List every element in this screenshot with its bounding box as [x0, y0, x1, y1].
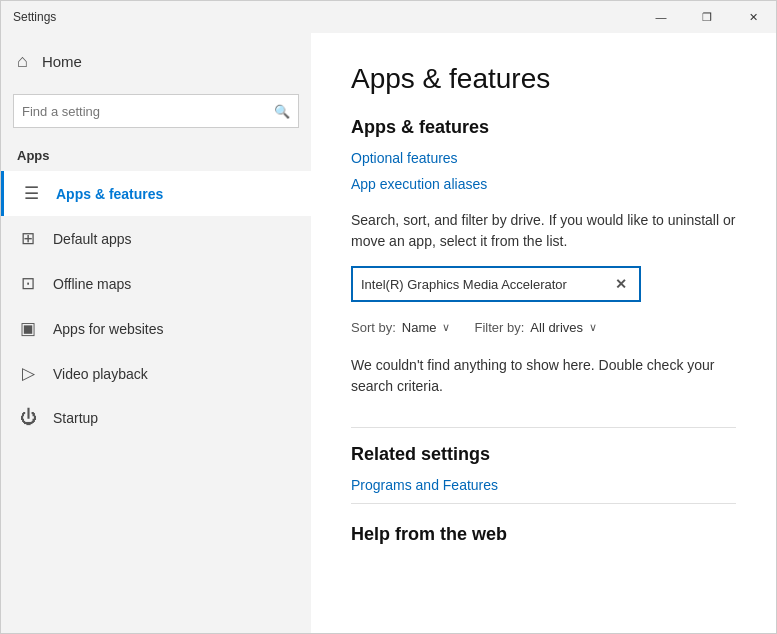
sidebar-item-label: Offline maps — [53, 276, 131, 292]
title-bar: Settings — ❐ ✕ — [1, 1, 776, 33]
sidebar-item-offline-maps[interactable]: ⊡ Offline maps — [1, 261, 311, 306]
empty-state-text: We couldn't find anything to show here. … — [351, 355, 731, 397]
section-title: Apps & features — [351, 117, 736, 138]
related-settings-title: Related settings — [351, 444, 736, 465]
window-controls: — ❐ ✕ — [638, 1, 776, 33]
apps-features-icon: ☰ — [20, 183, 42, 204]
sort-label: Sort by: — [351, 320, 396, 335]
divider-2 — [351, 503, 736, 504]
minimize-button[interactable]: — — [638, 1, 684, 33]
sidebar-item-apps-features[interactable]: ☰ Apps & features — [1, 171, 311, 216]
sidebar-section-label: Apps — [1, 142, 311, 171]
clear-search-icon[interactable]: ✕ — [611, 274, 631, 294]
video-playback-icon: ▷ — [17, 363, 39, 384]
main-content: Apps & features Apps & features Optional… — [311, 33, 776, 633]
sort-filter-row: Sort by: Name ∨ Filter by: All drives ∨ — [351, 320, 736, 335]
sidebar-item-label: Apps & features — [56, 186, 163, 202]
programs-features-link[interactable]: Programs and Features — [351, 477, 736, 493]
search-icon: 🔍 — [274, 104, 290, 119]
content-area: ⌂ Home 🔍 Apps ☰ Apps & features ⊞ Defaul… — [1, 33, 776, 633]
sidebar-item-label: Video playback — [53, 366, 148, 382]
sidebar-item-label: Apps for websites — [53, 321, 164, 337]
apps-websites-icon: ▣ — [17, 318, 39, 339]
sidebar-item-label: Startup — [53, 410, 98, 426]
optional-features-link[interactable]: Optional features — [351, 150, 736, 166]
app-search-box[interactable]: ✕ — [351, 266, 641, 302]
window-title: Settings — [13, 10, 56, 24]
help-web-title: Help from the web — [351, 524, 736, 545]
filter-value[interactable]: All drives — [530, 320, 583, 335]
sidebar-item-default-apps[interactable]: ⊞ Default apps — [1, 216, 311, 261]
maximize-button[interactable]: ❐ — [684, 1, 730, 33]
search-box[interactable]: 🔍 — [13, 94, 299, 128]
app-search-input[interactable] — [361, 277, 611, 292]
filter-by-control[interactable]: Filter by: All drives ∨ — [474, 320, 597, 335]
settings-window: Settings — ❐ ✕ ⌂ Home 🔍 Apps ☰ Ap — [0, 0, 777, 634]
app-execution-link[interactable]: App execution aliases — [351, 176, 736, 192]
sidebar-item-startup[interactable]: ⏻ Startup — [1, 396, 311, 440]
close-button[interactable]: ✕ — [730, 1, 776, 33]
default-apps-icon: ⊞ — [17, 228, 39, 249]
sort-by-control[interactable]: Sort by: Name ∨ — [351, 320, 450, 335]
sidebar-item-label: Default apps — [53, 231, 132, 247]
sidebar-item-apps-websites[interactable]: ▣ Apps for websites — [1, 306, 311, 351]
home-icon: ⌂ — [17, 51, 28, 72]
divider — [351, 427, 736, 428]
home-label: Home — [42, 53, 82, 70]
sidebar: ⌂ Home 🔍 Apps ☰ Apps & features ⊞ Defaul… — [1, 33, 311, 633]
sidebar-item-home[interactable]: ⌂ Home — [1, 33, 311, 90]
sidebar-item-video-playback[interactable]: ▷ Video playback — [1, 351, 311, 396]
filter-chevron-icon: ∨ — [589, 321, 597, 334]
startup-icon: ⏻ — [17, 408, 39, 428]
description-text: Search, sort, and filter by drive. If yo… — [351, 210, 736, 252]
filter-label: Filter by: — [474, 320, 524, 335]
search-input[interactable] — [22, 104, 274, 119]
page-big-title: Apps & features — [351, 63, 736, 95]
sort-chevron-icon: ∨ — [442, 321, 450, 334]
sort-value[interactable]: Name — [402, 320, 437, 335]
offline-maps-icon: ⊡ — [17, 273, 39, 294]
